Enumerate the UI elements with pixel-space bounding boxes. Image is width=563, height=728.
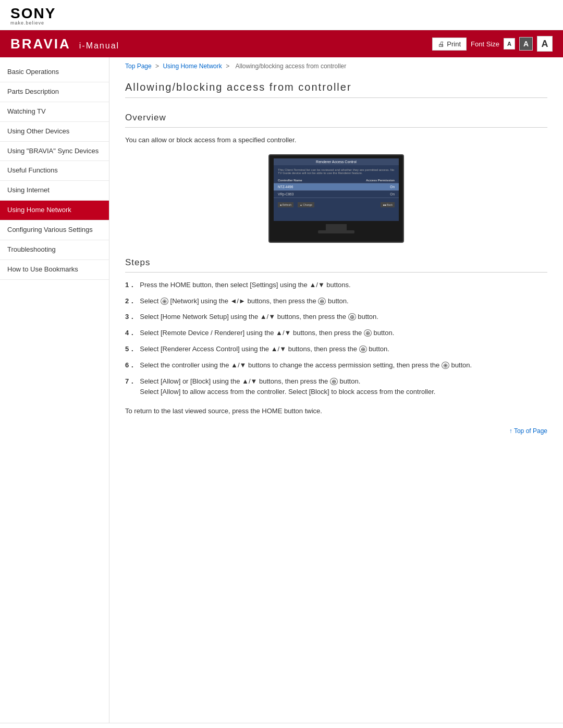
font-medium-button[interactable]: A [519,37,533,51]
bravia-controls: 🖨 Print Font Size A A A [432,36,553,52]
sony-logo: SONY make.believe [10,6,553,26]
breadcrumb-sep1: > [155,63,159,70]
sidebar-label: Watching TV [7,107,46,115]
step-5: 5． Select [Renderer Access Control] usin… [125,344,547,355]
sidebar-label: Using "BRAVIA" Sync Devices [7,147,99,155]
step-7: 7． Select [Allow] or [Block] using the ▲… [125,376,547,398]
step-2-text: Select ⊕ [Network] using the ◄/► buttons… [140,296,348,307]
tv-row1-name: NTZ-4496 [278,185,293,189]
return-note: To return to the last viewed source, pre… [125,406,547,417]
tv-row2-name: VRp-C863 [278,192,293,196]
print-button[interactable]: 🖨 Print [432,38,467,51]
bravia-title-area: BRAVIA i-Manual [10,36,119,52]
breadcrumb-using-home-network[interactable]: Using Home Network [163,63,222,70]
step-3-num: 3． [125,312,136,323]
top-of-page-link[interactable]: ↑ Top of Page [509,427,547,435]
sidebar-item-using-other-devices[interactable]: Using Other Devices [0,122,109,142]
sidebar-label: Basic Operations [7,68,59,76]
overview-heading: Overview [125,108,547,128]
breadcrumb-top-page[interactable]: Top Page [125,63,152,70]
sidebar-item-using-internet[interactable]: Using Internet [0,181,109,201]
sidebar-label: Troubleshooting [7,245,56,253]
breadcrumb-current: Allowing/blocking access from controller [236,63,347,70]
sidebar-label: Using Home Network [7,206,71,214]
sidebar-label: Using Internet [7,186,50,194]
sidebar-item-troubleshooting[interactable]: Troubleshooting [0,240,109,260]
header: SONY make.believe [0,0,563,30]
steps-list: 1． Press the HOME button, then select [S… [125,280,547,398]
sidebar-label: Configuring Various Settings [7,226,93,233]
sidebar-item-watching-tv[interactable]: Watching TV [0,102,109,122]
content-area: Top Page > Using Home Network > Allowing… [109,57,563,723]
font-size-label: Font Size [471,40,499,48]
font-large-button[interactable]: A [537,36,553,52]
step-1: 1． Press the HOME button, then select [S… [125,280,547,291]
bravia-subtitle: i-Manual [79,41,119,51]
tv-row1-value: On [390,185,395,189]
bravia-title: BRAVIA [10,36,71,52]
print-label: Print [447,40,461,48]
sidebar-label: Using Other Devices [7,127,69,135]
tv-base [318,230,354,233]
step-3: 3． Select [Home Network Setup] using the… [125,312,547,323]
step-7-text: Select [Allow] or [Block] using the ▲/▼ … [140,376,435,398]
sidebar-label: How to Use Bookmarks [7,265,78,273]
print-icon: 🖨 [438,40,445,48]
top-of-page: ↑ Top of Page [125,427,547,435]
tv-stand [326,224,347,230]
bravia-bar: BRAVIA i-Manual 🖨 Print Font Size A A A [0,30,563,57]
tv-screen: Renderer Access Control This Client-Term… [274,158,399,221]
tv-row2-value: On [390,192,395,196]
overview-text: You can allow or block access from a spe… [125,135,547,146]
sidebar-label: Useful Functions [7,166,58,174]
main-layout: Basic Operations Parts Description Watch… [0,57,563,723]
tv-screenshot: Renderer Access Control This Client-Term… [268,154,404,243]
step-6: 6． Select the controller using the ▲/▼ b… [125,360,547,371]
sidebar-item-using-bravia-sync[interactable]: Using "BRAVIA" Sync Devices [0,142,109,162]
step-3-text: Select [Home Network Setup] using the ▲/… [140,312,378,323]
sidebar-label: Parts Description [7,88,59,95]
step-1-num: 1． [125,280,136,291]
sidebar-item-parts-description[interactable]: Parts Description [0,82,109,102]
footer: © 2013 Sony Corporation ▶ List of Conten… [0,723,563,728]
step-6-text: Select the controller using the ▲/▼ butt… [140,360,472,371]
breadcrumb: Top Page > Using Home Network > Allowing… [125,57,547,75]
sidebar-item-configuring-various[interactable]: Configuring Various Settings [0,220,109,240]
sidebar-item-using-home-network[interactable]: Using Home Network [0,201,109,220]
step-5-text: Select [Renderer Access Control] using t… [140,344,389,355]
step-4: 4． Select [Remote Device / Renderer] usi… [125,328,547,339]
steps-heading: Steps [125,253,547,273]
font-small-button[interactable]: A [504,38,515,50]
step-5-num: 5． [125,344,136,355]
step-2: 2． Select ⊕ [Network] using the ◄/► butt… [125,296,547,307]
step-2-num: 2． [125,296,136,307]
sidebar: Basic Operations Parts Description Watch… [0,57,109,723]
sidebar-item-useful-functions[interactable]: Useful Functions [0,161,109,181]
step-7-num: 7． [125,376,136,398]
step-4-text: Select [Remote Device / Renderer] using … [140,328,394,339]
sidebar-item-basic-operations[interactable]: Basic Operations [0,63,109,82]
step-6-num: 6． [125,360,136,371]
sony-tagline: make.believe [10,21,553,26]
page-title: Allowing/blocking access from controller [125,75,547,98]
step-1-text: Press the HOME button, then select [Sett… [140,280,350,291]
step-4-num: 4． [125,328,136,339]
breadcrumb-sep2: > [226,63,229,70]
sony-wordmark: SONY [10,6,553,21]
tv-screen-title: Renderer Access Control [274,158,399,165]
sidebar-item-how-to-use-bookmarks[interactable]: How to Use Bookmarks [0,260,109,280]
